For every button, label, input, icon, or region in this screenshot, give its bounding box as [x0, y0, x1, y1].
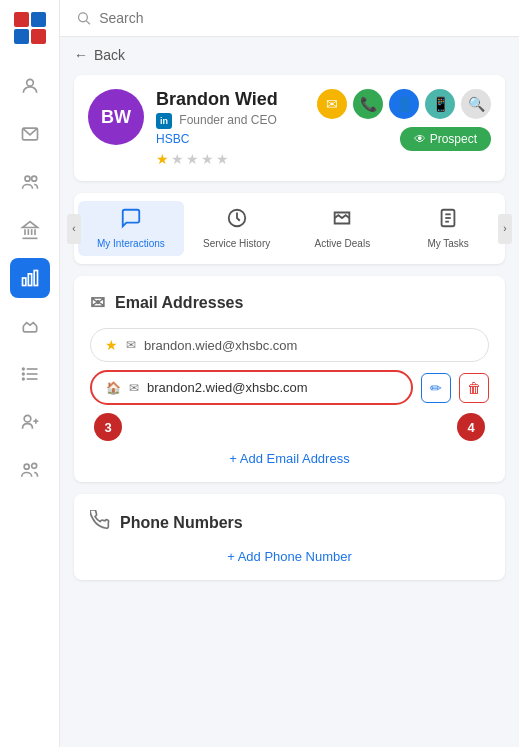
sidebar-logo[interactable]	[12, 10, 48, 50]
svg-point-22	[22, 368, 24, 370]
tab-interactions-label: My Interactions	[97, 238, 165, 250]
svg-rect-17	[28, 274, 31, 286]
star-3: ★	[186, 151, 199, 167]
edit-email-button[interactable]: ✏	[421, 373, 451, 403]
back-label: Back	[94, 47, 125, 63]
star-rating: ★ ★ ★ ★ ★	[156, 151, 278, 167]
svg-rect-1	[31, 12, 46, 27]
delete-email-button[interactable]: 🗑	[459, 373, 489, 403]
svg-marker-15	[22, 222, 37, 228]
eye-icon: 👁	[414, 132, 426, 146]
tab-tasks-label: My Tasks	[427, 238, 469, 250]
sidebar	[0, 0, 60, 747]
email-row-1: ★ ✉ brandon.wied@xhsbc.com	[90, 328, 489, 362]
contact-info: Brandon Wied in Founder and CEO HSBC ★ ★…	[156, 89, 278, 167]
call-action-icon[interactable]: 📱	[425, 89, 455, 119]
svg-point-24	[22, 378, 24, 380]
svg-point-23	[22, 373, 24, 375]
svg-point-28	[24, 464, 29, 469]
svg-point-30	[79, 13, 88, 22]
tab-tasks-icon	[437, 207, 459, 234]
tab-deals-icon	[331, 207, 353, 234]
content-area: ← Back BW Brandon Wied in Founder and CE…	[60, 37, 519, 747]
main-content: ← Back BW Brandon Wied in Founder and CE…	[60, 0, 519, 747]
search-input[interactable]	[99, 10, 503, 26]
svg-point-6	[26, 79, 33, 86]
star-5: ★	[216, 151, 229, 167]
svg-point-29	[31, 463, 36, 468]
tab-service-icon	[226, 207, 248, 234]
email-address-1: brandon.wied@xhsbc.com	[144, 338, 474, 353]
badge-3: 3	[94, 413, 122, 441]
email-section-title: ✉ Email Addresses	[90, 292, 489, 314]
svg-rect-3	[31, 29, 46, 44]
phone-section: Phone Numbers + Add Phone Number	[74, 494, 505, 580]
back-arrow-icon: ←	[74, 47, 88, 63]
contact-company[interactable]: HSBC	[156, 132, 278, 146]
tabs-chevron-left[interactable]: ‹	[67, 214, 81, 244]
star-1: ★	[156, 151, 169, 167]
contact-left: BW Brandon Wied in Founder and CEO HSBC …	[88, 89, 278, 167]
phone-section-icon	[90, 510, 110, 535]
sidebar-item-person[interactable]	[10, 66, 50, 106]
add-email-link[interactable]: + Add Email Address	[90, 451, 489, 466]
search-bar	[60, 0, 519, 37]
contact-right: ✉ 📞 👤 📱 🔍 👁 Prospect	[317, 89, 491, 151]
email-row-2: 🏠 ✉ brandon2.wied@xhsbc.com	[90, 370, 413, 405]
contact-title: in Founder and CEO	[156, 113, 278, 129]
email-badges-row: 3 4	[90, 413, 489, 441]
tab-service-history[interactable]: Service History	[184, 201, 290, 256]
star-4: ★	[201, 151, 214, 167]
tab-my-interactions[interactable]: My Interactions	[78, 201, 184, 256]
svg-point-9	[31, 176, 36, 181]
search-action-icon[interactable]: 🔍	[461, 89, 491, 119]
add-phone-link[interactable]: + Add Phone Number	[90, 549, 489, 564]
sidebar-item-chart[interactable]	[10, 258, 50, 298]
svg-rect-16	[22, 278, 25, 286]
tab-service-label: Service History	[203, 238, 270, 250]
email-badge-2: 🏠	[106, 381, 121, 395]
email-section-icon: ✉	[90, 292, 105, 314]
linkedin-icon: in	[156, 113, 172, 129]
svg-point-8	[25, 176, 30, 181]
svg-rect-0	[14, 12, 29, 27]
sidebar-item-list[interactable]	[10, 354, 50, 394]
svg-rect-18	[34, 271, 37, 286]
tabs-container: ‹ My Interactions Service History Active…	[74, 193, 505, 264]
badge-4: 4	[457, 413, 485, 441]
tab-deals-label: Active Deals	[315, 238, 371, 250]
email-action-icon[interactable]: ✉	[317, 89, 347, 119]
tab-interactions-icon	[120, 207, 142, 234]
tabs-chevron-right[interactable]: ›	[498, 214, 512, 244]
phone-section-title: Phone Numbers	[90, 510, 489, 535]
sidebar-item-handshake[interactable]	[10, 306, 50, 346]
star-2: ★	[171, 151, 184, 167]
search-icon	[76, 10, 91, 26]
tab-active-deals[interactable]: Active Deals	[290, 201, 396, 256]
sidebar-item-user-group[interactable]	[10, 450, 50, 490]
sidebar-item-mail[interactable]	[10, 114, 50, 154]
svg-line-31	[86, 21, 89, 24]
email-badge-1: ★	[105, 337, 118, 353]
svg-point-25	[24, 415, 31, 422]
action-icons: ✉ 📞 👤 📱 🔍	[317, 89, 491, 119]
back-button[interactable]: ← Back	[74, 47, 505, 63]
email-icon-2: ✉	[129, 381, 139, 395]
prospect-button[interactable]: 👁 Prospect	[400, 127, 491, 151]
sidebar-item-user-plus[interactable]	[10, 402, 50, 442]
contact-action-icon[interactable]: 👤	[389, 89, 419, 119]
tab-my-tasks[interactable]: My Tasks	[395, 201, 501, 256]
svg-rect-2	[14, 29, 29, 44]
contact-card: BW Brandon Wied in Founder and CEO HSBC …	[74, 75, 505, 181]
avatar: BW	[88, 89, 144, 145]
sidebar-item-contacts[interactable]	[10, 162, 50, 202]
email-section: ✉ Email Addresses ★ ✉ brandon.wied@xhsbc…	[74, 276, 505, 482]
email-address-2: brandon2.wied@xhsbc.com	[147, 380, 397, 395]
sidebar-item-bank[interactable]	[10, 210, 50, 250]
phone-action-icon[interactable]: 📞	[353, 89, 383, 119]
email-icon-1: ✉	[126, 338, 136, 352]
contact-name: Brandon Wied	[156, 89, 278, 110]
